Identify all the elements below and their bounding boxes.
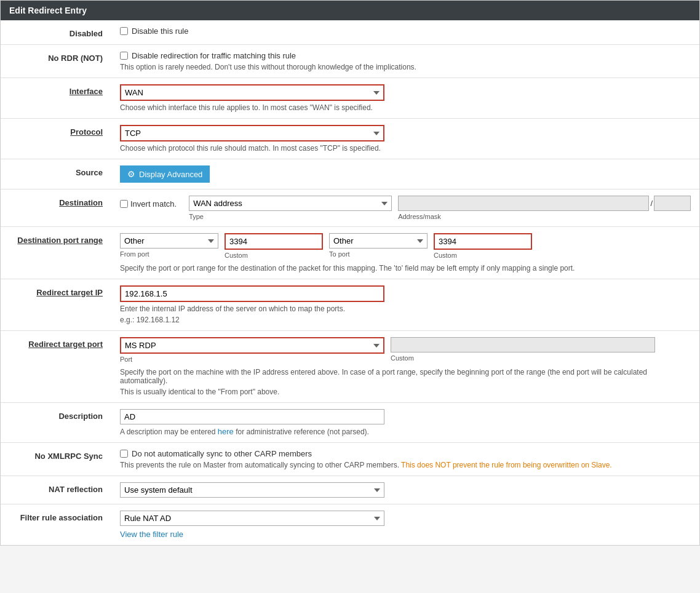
- no-xmlrpc-sync-checkbox-label[interactable]: Do not automatically sync to other CARP …: [120, 449, 691, 458]
- description-label: Description: [1, 403, 111, 443]
- no-rdr-help: This option is rarely needed. Don't use …: [120, 63, 691, 71]
- no-rdr-checkbox-text: Disable redirection for traffic matching…: [132, 51, 296, 60]
- redirect-custom-group: Custom: [391, 337, 655, 362]
- filter-rule-association-value-cell: Rule NAT AD None Pass Add associated fil…: [111, 504, 699, 546]
- interface-select[interactable]: WAN LAN OPT1: [120, 84, 384, 101]
- protocol-value-cell: TCP UDP TCP/UDP ICMP Any Choose which pr…: [111, 119, 699, 159]
- to-port-select[interactable]: Other any HTTP HTTPS MS RDP: [329, 233, 428, 249]
- no-xmlrpc-sync-help: This prevents the rule on Master from au…: [120, 461, 691, 469]
- dest-port-range-help: Specify the port or port range for the d…: [120, 264, 691, 273]
- disabled-checkbox-label[interactable]: Disable this rule: [120, 26, 691, 36]
- to-custom-input[interactable]: [434, 233, 532, 250]
- redirect-target-ip-help1: Enter the internal IP address of the ser…: [120, 304, 691, 313]
- redirect-custom-input[interactable]: [391, 337, 655, 352]
- no-xmlrpc-sync-checkbox[interactable]: [120, 450, 128, 458]
- destination-mask-select[interactable]: [654, 196, 691, 211]
- destination-address-mask-group: / Address/mask: [398, 196, 691, 220]
- interface-value-cell: WAN LAN OPT1 Choose which interface this…: [111, 78, 699, 119]
- redirect-port-label: Port: [120, 356, 384, 363]
- redirect-target-ip-value-cell: Enter the internal IP address of the ser…: [111, 279, 699, 331]
- redirect-target-ip-input[interactable]: [120, 285, 384, 302]
- redirect-target-ip-help2: e.g.: 192.168.1.12: [120, 316, 691, 324]
- to-port-label: To port: [329, 250, 428, 258]
- filter-rule-association-select[interactable]: Rule NAT AD None Pass Add associated fil…: [120, 511, 384, 526]
- description-input[interactable]: [120, 409, 384, 424]
- protocol-label: Protocol: [1, 119, 111, 159]
- from-port-group: Other any HTTP HTTPS MS RDP From port: [120, 233, 218, 258]
- interface-help: Choose which interface this rule applies…: [120, 103, 691, 112]
- destination-label: Destination: [1, 189, 111, 227]
- interface-label: Interface: [1, 78, 111, 119]
- no-xmlrpc-sync-help-orange: This does NOT prevent the rule from bein…: [401, 461, 612, 469]
- from-port-select[interactable]: Other any HTTP HTTPS MS RDP: [120, 233, 218, 249]
- from-port-label: From port: [120, 250, 218, 258]
- destination-invert-group: Invert match.: [120, 196, 177, 209]
- description-help: A description may be entered here for ad…: [120, 427, 691, 436]
- destination-address-input[interactable]: [398, 196, 649, 211]
- redirect-port-help1: Specify the port on the machine with the…: [120, 368, 691, 385]
- panel-title: Edit Redirect Entry: [1, 1, 699, 20]
- source-label: Source: [1, 159, 111, 189]
- no-xmlrpc-sync-value-cell: Do not automatically sync to other CARP …: [111, 443, 699, 476]
- destination-address-mask-label: Address/mask: [398, 213, 691, 220]
- dest-port-range-value-cell: Other any HTTP HTTPS MS RDP From port Cu…: [111, 227, 699, 279]
- redirect-port-help2: This is usually identical to the "From p…: [120, 388, 691, 396]
- destination-type-group: WAN address any LAN net Single host or a…: [189, 196, 392, 220]
- redirect-port-select-group: MS RDP Other any HTTP HTTPS Port: [120, 337, 384, 363]
- display-advanced-label: Display Advanced: [139, 170, 202, 179]
- slash-separator: /: [650, 199, 653, 208]
- from-custom-group: Custom: [225, 233, 323, 259]
- nat-reflection-label: NAT reflection: [1, 476, 111, 504]
- no-rdr-checkbox-label[interactable]: Disable redirection for traffic matching…: [120, 51, 691, 60]
- to-custom-label: Custom: [434, 252, 532, 259]
- protocol-select[interactable]: TCP UDP TCP/UDP ICMP Any: [120, 125, 384, 141]
- destination-type-select[interactable]: WAN address any LAN net Single host or a…: [189, 196, 392, 211]
- no-rdr-label: No RDR (NOT): [1, 45, 111, 78]
- dest-port-range-label: Destination port range: [1, 227, 111, 279]
- destination-invert-checkbox[interactable]: [120, 200, 128, 208]
- from-custom-input[interactable]: [225, 233, 323, 250]
- from-custom-label: Custom: [225, 252, 323, 259]
- disabled-label: Disabled: [1, 20, 111, 45]
- description-value-cell: A description may be entered here for ad…: [111, 403, 699, 443]
- gear-icon: ⚙: [127, 169, 135, 179]
- source-value-cell: ⚙ Display Advanced: [111, 159, 699, 189]
- redirect-custom-label: Custom: [391, 354, 655, 362]
- no-rdr-checkbox[interactable]: [120, 52, 128, 60]
- nat-reflection-value-cell: Use system default Enable Disable: [111, 476, 699, 504]
- to-custom-group: Custom: [434, 233, 532, 259]
- redirect-target-ip-label: Redirect target IP: [1, 279, 111, 331]
- protocol-help: Choose which protocol this rule should m…: [120, 144, 691, 153]
- no-xmlrpc-sync-checkbox-text: Do not automatically sync to other CARP …: [132, 449, 312, 458]
- filter-rule-association-label: Filter rule association: [1, 504, 111, 546]
- redirect-target-port-label: Redirect target port: [1, 331, 111, 403]
- destination-value-cell: Invert match. WAN address any LAN net Si…: [111, 189, 699, 227]
- nat-reflection-select[interactable]: Use system default Enable Disable: [120, 482, 384, 498]
- destination-invert-label: Invert match.: [130, 199, 177, 209]
- no-rdr-value-cell: Disable redirection for traffic matching…: [111, 45, 699, 78]
- no-xmlrpc-sync-label: No XMLRPC Sync: [1, 443, 111, 476]
- redirect-port-select[interactable]: MS RDP Other any HTTP HTTPS: [120, 337, 384, 354]
- description-help-link[interactable]: here: [218, 427, 234, 436]
- to-port-group: Other any HTTP HTTPS MS RDP To port: [329, 233, 428, 258]
- display-advanced-button[interactable]: ⚙ Display Advanced: [120, 165, 210, 183]
- disabled-checkbox-text: Disable this rule: [132, 26, 189, 36]
- disabled-checkbox[interactable]: [120, 27, 128, 35]
- view-filter-rule-link[interactable]: View the filter rule: [120, 530, 183, 539]
- disabled-value-cell: Disable this rule: [111, 20, 699, 45]
- redirect-target-port-value-cell: MS RDP Other any HTTP HTTPS Port Custom …: [111, 331, 699, 403]
- destination-type-label: Type: [189, 213, 392, 220]
